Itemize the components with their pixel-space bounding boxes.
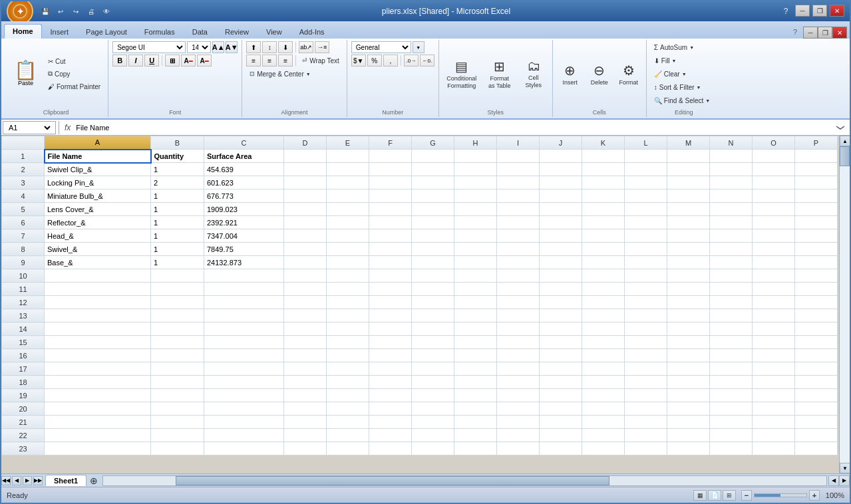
cell-empty[interactable] (412, 296, 454, 309)
cell-empty[interactable] (582, 176, 625, 189)
cell-empty[interactable] (151, 309, 204, 322)
cell-empty[interactable] (753, 376, 795, 389)
cell-empty[interactable] (151, 296, 204, 309)
cell-empty[interactable] (795, 216, 838, 229)
cell-empty[interactable] (204, 283, 284, 296)
cell-empty[interactable] (795, 243, 838, 256)
paste-button[interactable]: 📋 Paste (8, 58, 43, 90)
cell-empty[interactable] (369, 189, 412, 203)
normal-view-btn[interactable]: ▦ (693, 490, 707, 501)
clear-button[interactable]: 🧹 Clear ▼ (651, 68, 717, 80)
cell-a2[interactable]: Swivel Clip_& (45, 163, 151, 176)
cell-empty[interactable] (497, 442, 540, 455)
cell-empty[interactable] (753, 150, 795, 163)
h-scroll-right-btn[interactable]: ▶ (839, 475, 850, 486)
cell-empty[interactable] (667, 442, 710, 455)
cell-empty[interactable] (454, 296, 497, 309)
scroll-thumb[interactable] (840, 146, 850, 166)
cell-empty[interactable] (454, 203, 497, 216)
cell-empty[interactable] (412, 349, 454, 362)
cell-empty[interactable] (454, 256, 497, 269)
cell-empty[interactable] (327, 429, 369, 442)
cell-empty[interactable] (284, 309, 327, 322)
cell-empty[interactable] (204, 309, 284, 322)
cell-empty[interactable] (625, 269, 667, 283)
cell-c9[interactable]: 24132.873 (204, 256, 284, 269)
sheet-nav-prev[interactable]: ◀ (12, 476, 21, 485)
cell-empty[interactable] (45, 296, 151, 309)
cell-empty[interactable] (412, 256, 454, 269)
cell-empty[interactable] (795, 309, 838, 322)
cell-empty[interactable] (454, 442, 497, 455)
cell-empty[interactable] (369, 283, 412, 296)
increase-font-btn[interactable]: A▲ (212, 41, 224, 53)
cell-empty[interactable] (454, 362, 497, 376)
cell-empty[interactable] (582, 362, 625, 376)
cell-empty[interactable] (753, 429, 795, 442)
cell-empty[interactable] (284, 376, 327, 389)
cell-empty[interactable] (753, 163, 795, 176)
cell-empty[interactable] (45, 336, 151, 349)
cell-empty[interactable] (45, 416, 151, 429)
decrease-font-btn[interactable]: A▼ (226, 41, 238, 53)
cell-empty[interactable] (582, 389, 625, 402)
sheet-table-wrapper[interactable]: A B C D E F G H I J K L (1, 136, 839, 473)
cell-empty[interactable] (540, 362, 582, 376)
cell-empty[interactable] (369, 216, 412, 229)
cell-empty[interactable] (151, 416, 204, 429)
align-center-btn[interactable]: ≡ (262, 55, 277, 66)
cell-empty[interactable] (753, 322, 795, 336)
preview-quick-btn[interactable]: 👁 (100, 5, 113, 18)
cell-empty[interactable] (753, 402, 795, 416)
cell-empty[interactable] (795, 296, 838, 309)
cell-empty[interactable] (204, 322, 284, 336)
redo-quick-btn[interactable]: ↪ (69, 5, 83, 18)
col-header-f[interactable]: F (369, 136, 412, 150)
cell-empty[interactable] (369, 256, 412, 269)
corner-select-all[interactable] (2, 136, 45, 150)
cell-empty[interactable] (582, 229, 625, 243)
cell-empty[interactable] (795, 442, 838, 455)
cell-empty[interactable] (412, 189, 454, 203)
cell-empty[interactable] (710, 189, 753, 203)
decrease-decimal-btn[interactable]: ←0. (420, 55, 434, 66)
align-left-btn[interactable]: ≡ (246, 55, 261, 66)
cell-empty[interactable] (625, 322, 667, 336)
conditional-formatting-button[interactable]: ▤ Conditional Formatting (443, 57, 480, 91)
cell-empty[interactable] (540, 349, 582, 362)
cell-empty[interactable] (667, 283, 710, 296)
scroll-down-btn[interactable]: ▼ (840, 463, 850, 473)
cell-c1[interactable]: Surface Area (204, 150, 284, 163)
cell-empty[interactable] (795, 362, 838, 376)
cell-empty[interactable] (540, 309, 582, 322)
help-btn[interactable]: ? (779, 5, 792, 18)
cell-empty[interactable] (497, 309, 540, 322)
cell-empty[interactable] (45, 402, 151, 416)
cell-empty[interactable] (327, 362, 369, 376)
cell-empty[interactable] (454, 189, 497, 203)
cell-empty[interactable] (327, 203, 369, 216)
cell-empty[interactable] (667, 376, 710, 389)
cell-empty[interactable] (327, 376, 369, 389)
cell-empty[interactable] (540, 216, 582, 229)
cell-empty[interactable] (667, 150, 710, 163)
cell-empty[interactable] (795, 336, 838, 349)
cell-empty[interactable] (753, 256, 795, 269)
cell-a1[interactable]: File Name (45, 150, 151, 163)
cell-empty[interactable] (454, 269, 497, 283)
cell-empty[interactable] (540, 402, 582, 416)
scroll-up-btn[interactable]: ▲ (840, 136, 850, 146)
cell-empty[interactable] (582, 442, 625, 455)
cell-empty[interactable] (454, 309, 497, 322)
tab-add-ins[interactable]: Add-Ins (291, 24, 333, 39)
cell-empty[interactable] (497, 389, 540, 402)
tab-insert[interactable]: Insert (42, 24, 78, 39)
cell-empty[interactable] (667, 309, 710, 322)
cell-empty[interactable] (284, 256, 327, 269)
cell-empty[interactable] (795, 203, 838, 216)
cell-empty[interactable] (45, 362, 151, 376)
cell-empty[interactable] (497, 243, 540, 256)
cell-empty[interactable] (327, 416, 369, 429)
cell-empty[interactable] (327, 442, 369, 455)
cell-empty[interactable] (45, 309, 151, 322)
